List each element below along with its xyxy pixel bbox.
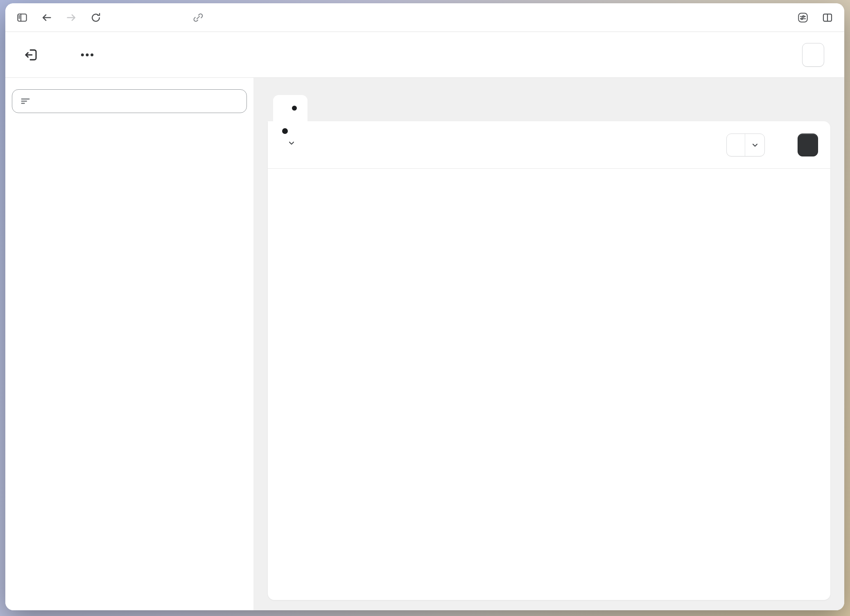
format-liquid-button[interactable] xyxy=(727,134,745,156)
split-view-icon[interactable] xyxy=(818,8,837,27)
format-liquid-split-button xyxy=(726,134,765,156)
browser-window xyxy=(5,3,844,610)
app-header xyxy=(5,32,844,78)
editor-card xyxy=(268,121,830,600)
unsaved-changes-dot xyxy=(292,106,297,111)
chevron-down-icon xyxy=(287,138,296,148)
page-settings-icon[interactable] xyxy=(793,8,812,27)
tab-theme-liquid[interactable] xyxy=(273,95,307,121)
reload-icon[interactable] xyxy=(86,8,105,27)
editor-main xyxy=(253,78,844,610)
back-icon[interactable] xyxy=(37,8,56,27)
format-options-chevron[interactable] xyxy=(745,134,764,156)
recent-changes-dot xyxy=(282,128,288,134)
link-icon xyxy=(192,11,204,24)
file-sidebar xyxy=(5,78,253,610)
browser-sidebar-toggle-icon[interactable] xyxy=(13,8,32,27)
browser-toolbar xyxy=(5,3,844,32)
filter-icon xyxy=(20,95,31,107)
search-input[interactable] xyxy=(37,95,239,108)
file-search[interactable] xyxy=(12,89,247,113)
editor-toolbar xyxy=(268,121,830,169)
save-button[interactable] xyxy=(798,134,818,156)
more-actions-icon[interactable] xyxy=(76,46,99,64)
address-bar[interactable] xyxy=(192,11,210,24)
chevron-down-icon xyxy=(750,140,760,150)
forward-icon[interactable] xyxy=(62,8,81,27)
code-editor[interactable] xyxy=(268,169,830,600)
preview-store-button[interactable] xyxy=(802,43,824,67)
version-dropdown[interactable] xyxy=(283,138,296,148)
exit-editor-icon[interactable] xyxy=(21,45,41,65)
